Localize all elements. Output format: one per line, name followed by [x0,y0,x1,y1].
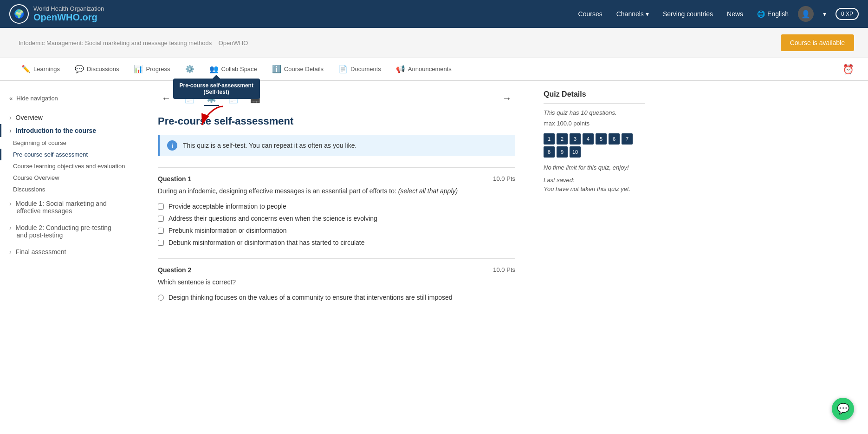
sidebar-item-module1[interactable]: › Module 1: Social marketing and effecti… [0,195,139,219]
tab-course-details[interactable]: ℹ️ Course Details [265,58,331,81]
sidebar-subitem-beginning[interactable]: Beginning of course [0,137,139,149]
chevron-down-icon[interactable]: ▾ [823,10,826,18]
quiz-details-panel: Quiz Details This quiz has 10 questions.… [534,81,654,422]
arrow-right-icon: › [9,114,12,121]
q-num-8[interactable]: 8 [544,146,555,158]
sidebar-subitem-objectives[interactable]: Course learning objectives and evaluatio… [0,160,139,172]
tab-learnings[interactable]: ✏️ Learnings [14,58,67,81]
language-selector[interactable]: 🌐 English [757,10,789,18]
who-logo: 🌍 [9,4,29,24]
sidebar-item-intro[interactable]: › Introduction to the course [0,124,139,137]
question-1-label: Question 1 [158,175,191,183]
arrow-right-icon: › [9,248,12,256]
tab-discussions[interactable]: 💬 Discussions [67,58,126,81]
nav-serving-link[interactable]: Serving countries [663,10,713,18]
nav-right-area: 🌐 English 👤 ▾ 0 XP [757,6,859,22]
sidebar-subitem-discussions[interactable]: Discussions [0,184,139,195]
tab-collab[interactable]: 👥 Collab Space [202,58,265,81]
tab-pre-course[interactable]: ⚙️ Pre-course self-assessment(Self-test) [178,58,202,81]
question-2-header: Question 2 10.0 Pts [158,266,515,274]
arrow-right-icon: › [9,200,12,207]
quiz-details-title: Quiz Details [544,90,645,104]
checkbox-1-1[interactable] [158,204,164,210]
question-1-pts: 10.0 Pts [493,175,515,183]
sidebar-subitem-course-overview[interactable]: Course Overview [0,172,139,184]
announcements-icon: 📢 [396,65,405,73]
arrow-right-icon: › [9,224,12,231]
sidebar-item-final[interactable]: › Final assessment [0,243,139,260]
q-num-10[interactable]: 10 [570,146,581,158]
q-num-5[interactable]: 5 [596,133,607,145]
chat-fab-button[interactable]: 💬 [832,398,854,420]
sidebar-item-overview[interactable]: › Overview [0,111,139,124]
q-num-1[interactable]: 1 [544,133,555,145]
q-num-4[interactable]: 4 [583,133,594,145]
breadcrumb-bar: Infodemic Management: Social marketing a… [0,28,868,58]
q-num-2[interactable]: 2 [557,133,568,145]
sidebar-subitem-pre-assessment[interactable]: Pre-course self-assessment [0,149,139,160]
tab-documents[interactable]: 📄 Documents [331,58,389,81]
nav-news-link[interactable]: News [727,10,743,18]
breadcrumb: Infodemic Management: Social marketing a… [14,39,248,47]
tab-announcements[interactable]: 📢 Announcements [389,58,459,81]
collab-icon: 👥 [209,65,219,73]
last-saved-label: Last saved: [544,177,645,184]
forward-arrow-button[interactable]: → [499,91,515,105]
progress-icon: 📊 [134,65,143,73]
sidebar: « Hide navigation › Overview › Introduct… [0,81,139,422]
checkbox-1-2[interactable] [158,216,164,222]
nav-courses-link[interactable]: Courses [578,10,602,18]
tab-progress[interactable]: 📊 Progress [126,58,177,81]
avatar[interactable]: 👤 [798,6,814,22]
question-numbers: 1 2 3 4 5 6 7 8 9 10 [544,133,645,158]
not-taken-text: You have not taken this quiz yet. [544,185,645,192]
back-arrow-button[interactable]: ← [158,91,175,105]
q-num-7[interactable]: 7 [622,133,633,145]
question-2-block: Question 2 10.0 Pts Which sentence is co… [158,258,515,313]
q-num-6[interactable]: 6 [609,133,620,145]
user-icon: 👤 [801,10,810,19]
globe-icon: 🌐 [757,10,765,18]
quiz-info-box: i This quiz is a self-test. You can repe… [158,135,515,156]
main-layout: « Hide navigation › Overview › Introduct… [0,81,868,422]
documents-icon: 📄 [338,65,348,73]
alarm-icon[interactable]: ⏰ [842,64,854,75]
checkbox-1-3[interactable] [158,228,164,234]
option-1-2: Address their questions and concerns eve… [158,215,515,222]
checkbox-1-4[interactable] [158,240,164,246]
xp-badge: 0 XP [836,8,859,20]
q-num-3[interactable]: 3 [570,133,581,145]
main-content: ← 📄 ⚙️ 📄 🎬 → Pre- [139,81,534,422]
chevron-down-icon: ▾ [646,10,649,18]
question-1-block: Question 1 10.0 Pts During an infodemic,… [158,167,515,258]
sidebar-item-module2[interactable]: › Module 2: Conducting pre-testing and p… [0,219,139,243]
course-details-icon: ℹ️ [272,65,281,73]
option-1-4: Debunk misinformation or disinformation … [158,239,515,246]
question-2-text: Which sentence is correct? [158,277,515,287]
page-title: Infodemic Management: Social marketing a… [14,39,248,46]
option-1-3: Prebunk misinformation or disinformation [158,227,515,234]
quiz-info-text: This quiz is a self-test. You can repeat… [183,142,356,149]
brand-name: OpenWHO.org [33,12,104,23]
learnings-icon: ✏️ [21,65,31,73]
top-navigation: 🌍 World Health Organization OpenWHO.org … [0,0,868,28]
option-1-1: Provide acceptable information to people [158,203,515,210]
quiz-max-points: max 100.0 points [544,120,645,127]
course-available-button[interactable]: Course is available [781,34,854,51]
arrow-right-icon: › [9,127,12,134]
discussions-icon: 💬 [75,65,84,73]
annotation-arrow [200,104,227,129]
pre-course-icon: ⚙️ [185,65,194,73]
question-1-text: During an infodemic, designing effective… [158,186,515,196]
question-1-header: Question 1 10.0 Pts [158,175,515,183]
hide-navigation-button[interactable]: « Hide navigation [0,90,139,106]
tooltip-popup: Pre-course self-assessment(Self-test) [173,79,260,99]
double-chevron-left-icon: « [9,95,13,102]
q-num-9[interactable]: 9 [557,146,568,158]
radio-2-1[interactable] [158,295,164,301]
nav-channels-link[interactable]: Channels ▾ [616,10,649,18]
quiz-questions-info: This quiz has 10 questions. [544,109,645,116]
logo-area: 🌍 World Health Organization OpenWHO.org [9,4,104,24]
nav-links: Courses Channels ▾ Serving countries New… [578,10,743,18]
option-2-1: Design thinking focuses on the values of… [158,294,515,301]
